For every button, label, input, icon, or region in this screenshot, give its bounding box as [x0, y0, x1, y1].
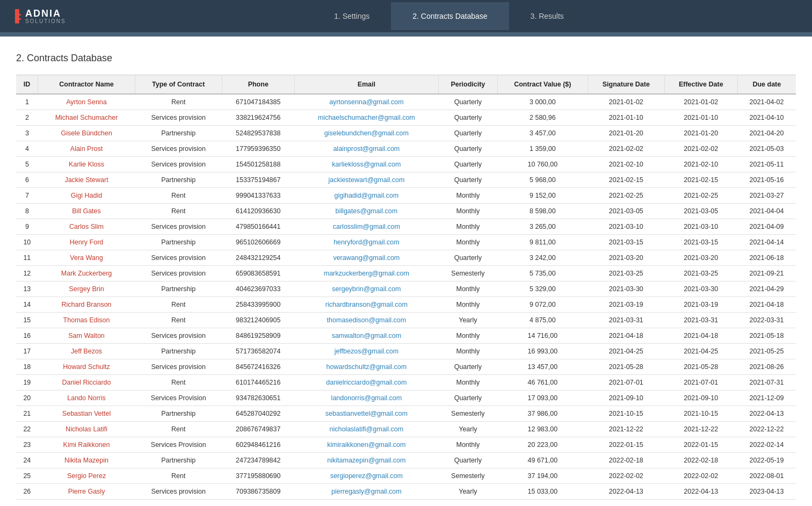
tab-results[interactable]: 3. Results [509, 2, 585, 30]
cell-8: 2021-02-25 [664, 188, 737, 204]
contractor-name: Howard Schultz [38, 359, 135, 375]
cell-9: 2021-06-18 [737, 250, 796, 266]
contractor-email: verawang@gmail.com [294, 250, 438, 266]
col-email: Email [294, 75, 438, 95]
contractor-email: kimiraikkonen@gmail.com [294, 437, 438, 453]
cell-5: Monthly [438, 281, 497, 297]
table-row: 13Sergey BrinPartnership404623697033serg… [16, 281, 796, 297]
cell-8: 2021-03-19 [664, 297, 737, 313]
table-row: 22Nicholas LatifiRent208676749837nichola… [16, 422, 796, 437]
cell-7: 2021-09-10 [588, 391, 664, 406]
cell-7: 2021-01-20 [588, 126, 664, 141]
cell-2: Services provision [135, 141, 222, 157]
tab-settings[interactable]: 1. Settings [313, 2, 391, 30]
cell-3: 153375194867 [222, 172, 294, 188]
cell-2: Rent [135, 94, 222, 110]
cell-5: Monthly [438, 437, 497, 453]
table-row: 8Bill GatesRent614120936630billgates@gma… [16, 204, 796, 219]
cell-3: 404623697033 [222, 281, 294, 297]
cell-3: 659083658591 [222, 266, 294, 281]
cell-7: 2021-07-01 [588, 375, 664, 391]
table-row: 4Alain ProstServices provision1779593963… [16, 141, 796, 157]
tab-contracts-database[interactable]: 2. Contracts Database [391, 2, 509, 30]
cell-8: 2021-07-01 [664, 375, 737, 391]
contractor-name: Alain Prost [38, 141, 135, 157]
cell-8: 2021-12-22 [664, 422, 737, 437]
cell-7: 2021-03-15 [588, 235, 664, 250]
cell-5: Yearly [438, 484, 497, 500]
cell-5: Monthly [438, 188, 497, 204]
cell-7: 2021-03-25 [588, 266, 664, 281]
cell-6: 3 242,00 [497, 250, 588, 266]
row-id: 23 [16, 437, 38, 453]
contractor-name: Mark Zuckerberg [38, 266, 135, 281]
cell-5: Monthly [438, 375, 497, 391]
contractor-name: Vera Wang [38, 250, 135, 266]
cell-5: Quarterly [438, 94, 497, 110]
cell-2: Services provision [135, 484, 222, 500]
cell-9: 2021-09-21 [737, 266, 796, 281]
table-row: 6Jackie StewartPartnership153375194867ja… [16, 172, 796, 188]
row-id: 22 [16, 422, 38, 437]
col-contract-value: Contract Value ($) [497, 75, 588, 95]
col-type-of-contract: Type of Contract [135, 75, 222, 95]
table-row: 25Sergio PerezRent377195880690sergiopere… [16, 468, 796, 484]
cell-3: 177959396350 [222, 141, 294, 157]
cell-8: 2021-09-10 [664, 391, 737, 406]
cell-3: 248432129254 [222, 250, 294, 266]
contractor-name: Bill Gates [38, 204, 135, 219]
contractor-name: Daniel Ricciardo [38, 375, 135, 391]
row-id: 4 [16, 141, 38, 157]
table-row: 12Mark ZuckerbergServices provision65908… [16, 266, 796, 281]
table-body: 1Ayrton SennaRent671047184385ayrtonsenna… [16, 94, 796, 500]
table-row: 17Jeff BezosPartnership571736582074jeffb… [16, 344, 796, 359]
cell-7: 2021-03-19 [588, 297, 664, 313]
cell-7: 2021-04-25 [588, 344, 664, 359]
cell-3: 614120936630 [222, 204, 294, 219]
cell-2: Partnership [135, 406, 222, 422]
contractor-name: Sergey Brin [38, 281, 135, 297]
contractor-email: markzuckerberg@gmail.com [294, 266, 438, 281]
cell-2: Partnership [135, 172, 222, 188]
cell-7: 2021-01-10 [588, 110, 664, 126]
cell-6: 46 761,00 [497, 375, 588, 391]
cell-8: 2021-01-10 [664, 110, 737, 126]
cell-5: Quarterly [438, 126, 497, 141]
page-title: 2. Contracts Database [16, 53, 796, 64]
cell-3: 848619258909 [222, 328, 294, 344]
cell-7: 2021-02-15 [588, 172, 664, 188]
contractor-name: Carlos Slim [38, 219, 135, 235]
cell-6: 3 265,00 [497, 219, 588, 235]
cell-5: Quarterly [438, 250, 497, 266]
contractor-name: Pierre Gasly [38, 484, 135, 500]
row-id: 8 [16, 204, 38, 219]
cell-8: 2021-03-25 [664, 266, 737, 281]
cell-3: 645287040292 [222, 406, 294, 422]
cell-3: 602948461216 [222, 437, 294, 453]
row-id: 7 [16, 188, 38, 204]
cell-7: 2021-02-25 [588, 188, 664, 204]
cell-8: 2021-05-28 [664, 359, 737, 375]
contractor-email: carlosslim@gmail.com [294, 219, 438, 235]
cell-6: 3 457,00 [497, 126, 588, 141]
row-id: 26 [16, 484, 38, 500]
cell-9: 2021-04-09 [737, 219, 796, 235]
app-header: ▐: ADNIA SOLUTIONS 1. Settings 2. Contra… [0, 0, 812, 32]
cell-2: Services provision [135, 157, 222, 172]
sub-header-stripe [0, 32, 812, 37]
cell-9: 2021-05-18 [737, 328, 796, 344]
table-row: 11Vera WangServices provision24843212925… [16, 250, 796, 266]
cell-5: Yearly [438, 422, 497, 437]
col-signature-date: Signature Date [588, 75, 664, 95]
cell-6: 37 194,00 [497, 468, 588, 484]
cell-6: 12 983,00 [497, 422, 588, 437]
cell-3: 999041337633 [222, 188, 294, 204]
cell-7: 2021-03-31 [588, 313, 664, 328]
cell-6: 9 811,00 [497, 235, 588, 250]
col-contractor-name: Contractor Name [38, 75, 135, 95]
table-row: 1Ayrton SennaRent671047184385ayrtonsenna… [16, 94, 796, 110]
cell-5: Quarterly [438, 172, 497, 188]
cell-7: 2021-03-05 [588, 204, 664, 219]
cell-9: 2021-04-18 [737, 297, 796, 313]
cell-7: 2021-03-10 [588, 219, 664, 235]
